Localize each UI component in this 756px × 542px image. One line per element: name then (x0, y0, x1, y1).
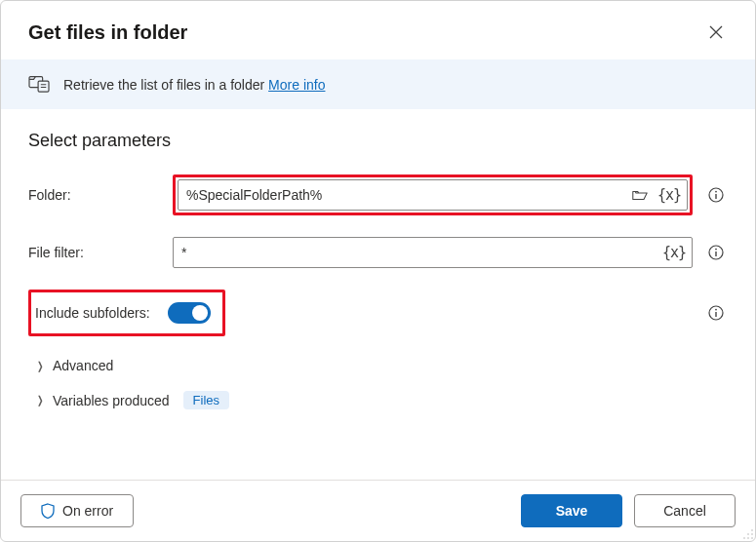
close-button[interactable] (700, 17, 732, 48)
chevron-right-icon: ❯ (37, 360, 43, 372)
shield-icon (41, 503, 55, 519)
dialog-body: Select parameters Folder: {x} (1, 109, 755, 480)
file-filter-input-icons: {x} (660, 239, 692, 266)
browse-folder-button[interactable] (626, 181, 654, 209)
svg-point-11 (715, 309, 717, 311)
folder-input[interactable] (179, 187, 626, 203)
info-include-subfolders[interactable] (704, 301, 728, 325)
dialog-get-files-in-folder: Get files in folder Retrieve the list of… (0, 0, 756, 542)
chevron-right-icon: ❯ (37, 394, 43, 406)
folder-input-wrap: {x} (178, 179, 688, 211)
insert-variable-filter-button[interactable]: {x} (660, 239, 688, 266)
expander-variables-produced[interactable]: ❯ Variables produced Files (36, 391, 728, 409)
expander-vars-label: Variables produced (53, 393, 170, 408)
expander-advanced-label: Advanced (53, 358, 113, 373)
close-icon (709, 25, 723, 39)
info-banner-text: Retrieve the list of files in a folder M… (63, 77, 325, 93)
highlight-include-subfolders: Include subfolders: (28, 290, 225, 336)
info-folder[interactable] (704, 183, 728, 207)
field-row-include-subfolders: Include subfolders: (28, 290, 728, 336)
svg-point-5 (715, 191, 717, 193)
folder-input-icons: {x} (626, 181, 687, 209)
file-filter-label: File filter: (28, 245, 173, 260)
dialog-title: Get files in folder (28, 21, 187, 44)
folder-label: Folder: (28, 187, 173, 203)
svg-rect-1 (38, 81, 49, 92)
info-file-filter[interactable] (704, 241, 728, 264)
include-subfolders-label: Include subfolders: (35, 305, 150, 321)
variable-icon: {x} (657, 186, 681, 204)
field-row-folder: Folder: {x} (28, 174, 728, 215)
section-title: Select parameters (28, 131, 728, 151)
save-button[interactable]: Save (521, 494, 622, 527)
info-banner: Retrieve the list of files in a folder M… (1, 59, 755, 109)
on-error-button[interactable]: On error (20, 494, 134, 527)
include-subfolders-toggle[interactable] (168, 302, 211, 324)
svg-point-8 (715, 249, 717, 251)
variable-icon: {x} (662, 244, 686, 261)
field-row-file-filter: File filter: {x} (28, 237, 728, 268)
expander-advanced[interactable]: ❯ Advanced (36, 358, 728, 373)
file-filter-input-wrap: {x} (173, 237, 693, 268)
file-filter-input[interactable] (174, 245, 660, 260)
folder-open-icon (632, 188, 648, 202)
cancel-button[interactable]: Cancel (634, 494, 736, 527)
variable-badge-files[interactable]: Files (183, 391, 229, 409)
info-icon (708, 305, 724, 321)
highlight-folder: {x} (173, 174, 693, 215)
folder-list-icon (28, 73, 50, 96)
insert-variable-folder-button[interactable]: {x} (656, 181, 683, 209)
dialog-footer: On error Save Cancel (1, 480, 755, 541)
info-icon (708, 245, 724, 260)
dialog-header: Get files in folder (1, 1, 755, 59)
info-icon (708, 187, 724, 203)
more-info-link[interactable]: More info (268, 77, 325, 93)
